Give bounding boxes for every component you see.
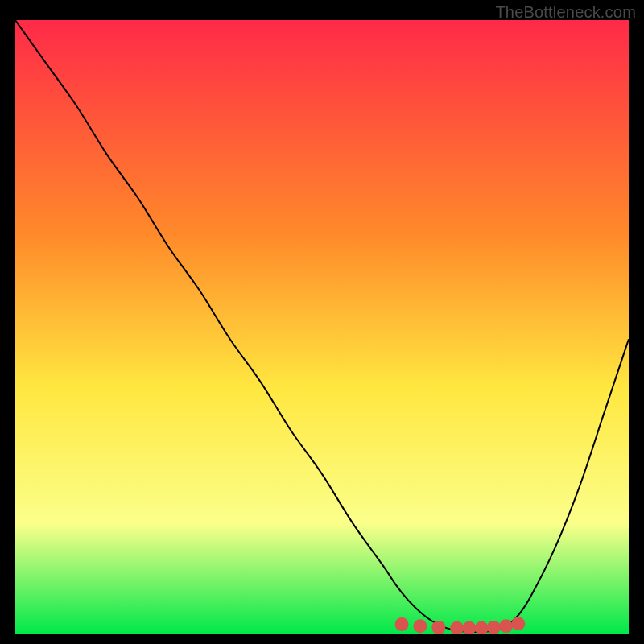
plot-svg [15, 20, 629, 634]
plot-area [15, 20, 629, 634]
marker-dot [499, 619, 513, 633]
marker-dot [395, 617, 409, 631]
marker-dot [413, 619, 427, 633]
watermark-text: TheBottleneck.com [495, 3, 636, 22]
gradient-bg [15, 20, 629, 634]
chart-stage: TheBottleneck.com [0, 0, 644, 644]
marker-dot [511, 617, 525, 630]
